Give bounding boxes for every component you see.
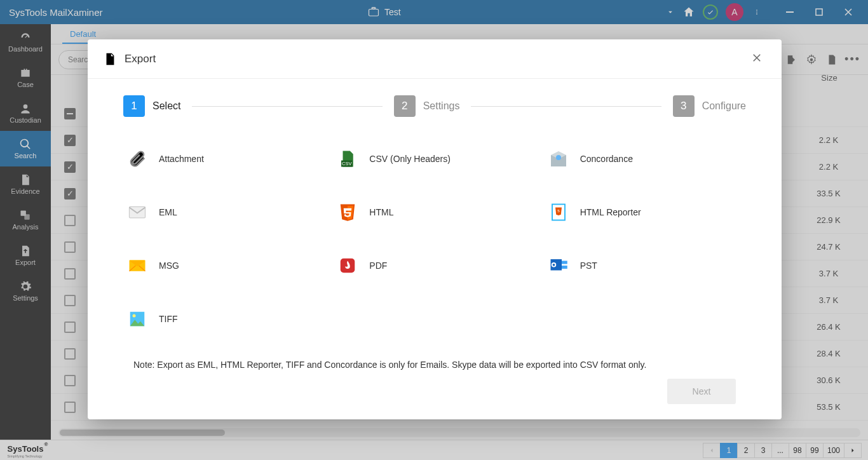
export-option-label: PST (580, 260, 597, 271)
svg-text:5: 5 (557, 208, 560, 213)
export-option-label: PDF (369, 260, 387, 271)
export-option-label: HTML (369, 207, 393, 217)
export-option-label: MSG (159, 260, 179, 271)
conc-icon (548, 149, 569, 169)
export-option-label: TIFF (159, 314, 178, 324)
step-configure: 3 Configure (673, 95, 746, 117)
export-option-msg[interactable]: MSG (123, 239, 325, 292)
clip-icon (127, 149, 147, 169)
svg-rect-17 (341, 259, 355, 273)
export-modal: Export 1 Select 2 Settings 3 Configure A… (88, 39, 782, 419)
step-label: Configure (702, 100, 746, 112)
modal-title: Export (125, 53, 156, 65)
step-select: 1 Select (123, 95, 180, 117)
export-option-attachment[interactable]: Attachment (123, 132, 325, 186)
step-number: 3 (673, 95, 695, 117)
export-option-pst[interactable]: PST (545, 239, 746, 292)
svg-point-22 (133, 315, 136, 318)
export-option-html[interactable]: HTML (334, 186, 535, 239)
export-option-label: Concordance (580, 154, 633, 164)
export-note: Note: Export as EML, HTML Reporter, TIFF… (88, 357, 782, 374)
step-label: Settings (423, 100, 460, 112)
export-option-html-reporter[interactable]: 5HTML Reporter (545, 186, 746, 239)
msg-icon (127, 255, 147, 276)
html-icon (337, 202, 358, 222)
export-option-csv-only-headers-[interactable]: CSVCSV (Only Headers) (334, 132, 535, 186)
htmlr-icon: 5 (548, 202, 569, 222)
step-settings: 2 Settings (394, 95, 460, 117)
export-option-label: HTML Reporter (580, 207, 641, 217)
export-option-pdf[interactable]: PDF (334, 239, 535, 292)
stepper: 1 Select 2 Settings 3 Configure (88, 79, 782, 128)
export-option-label: CSV (Only Headers) (369, 154, 451, 164)
svg-point-12 (556, 155, 561, 160)
svg-rect-19 (562, 261, 567, 264)
next-button[interactable]: Next (667, 379, 736, 404)
tiff-icon (127, 309, 147, 329)
csv-icon: CSV (337, 149, 358, 169)
svg-rect-13 (130, 206, 146, 218)
step-label: Select (153, 100, 180, 112)
modal-close-button[interactable] (747, 48, 766, 70)
pst-icon (548, 255, 569, 276)
step-number: 1 (123, 95, 145, 117)
export-option-concordance[interactable]: Concordance (545, 132, 746, 186)
svg-rect-20 (562, 266, 567, 269)
svg-text:CSV: CSV (342, 161, 351, 166)
export-option-eml[interactable]: EML (123, 186, 325, 239)
export-option-label: EML (159, 207, 177, 217)
export-options-grid: AttachmentCSVCSV (Only Headers)Concordan… (88, 128, 782, 357)
export-option-tiff[interactable]: TIFF (123, 292, 325, 346)
pdf-icon (337, 255, 358, 276)
file-icon (103, 52, 117, 66)
eml-icon (127, 202, 147, 222)
export-option-label: Attachment (159, 154, 204, 164)
step-number: 2 (394, 95, 416, 117)
